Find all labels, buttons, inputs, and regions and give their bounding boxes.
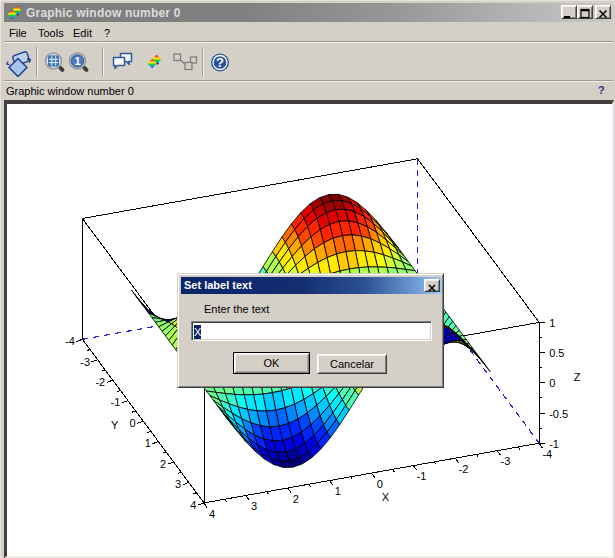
svg-text:-1: -1 <box>417 470 427 482</box>
svg-text:0: 0 <box>129 417 135 429</box>
svg-text:0.5: 0.5 <box>549 347 564 359</box>
svg-text:3: 3 <box>175 478 181 490</box>
svg-text:?: ? <box>216 55 224 70</box>
svg-text:-4: -4 <box>65 335 75 347</box>
svg-text:-1: -1 <box>111 396 121 408</box>
svg-text:1: 1 <box>145 437 151 449</box>
svg-text:4: 4 <box>209 508 215 520</box>
svg-text:-1: -1 <box>549 438 559 450</box>
svg-text:0: 0 <box>377 478 383 490</box>
svg-text:2: 2 <box>160 458 166 470</box>
svg-text:4: 4 <box>190 499 196 511</box>
svg-text:-0.5: -0.5 <box>549 408 568 420</box>
svg-text:-2: -2 <box>95 376 105 388</box>
svg-text:2: 2 <box>293 493 299 505</box>
svg-text:1: 1 <box>74 55 80 67</box>
svg-text:0: 0 <box>549 377 555 389</box>
svg-text:X: X <box>382 491 390 503</box>
svg-text:1: 1 <box>335 485 341 497</box>
svg-text:Y: Y <box>111 419 119 431</box>
svg-text:-3: -3 <box>80 356 90 368</box>
svg-text:Z: Z <box>574 371 581 383</box>
svg-text:-2: -2 <box>459 463 469 475</box>
svg-text:3: 3 <box>251 500 257 512</box>
svg-text:1: 1 <box>549 317 555 329</box>
svg-text:-3: -3 <box>501 455 511 467</box>
